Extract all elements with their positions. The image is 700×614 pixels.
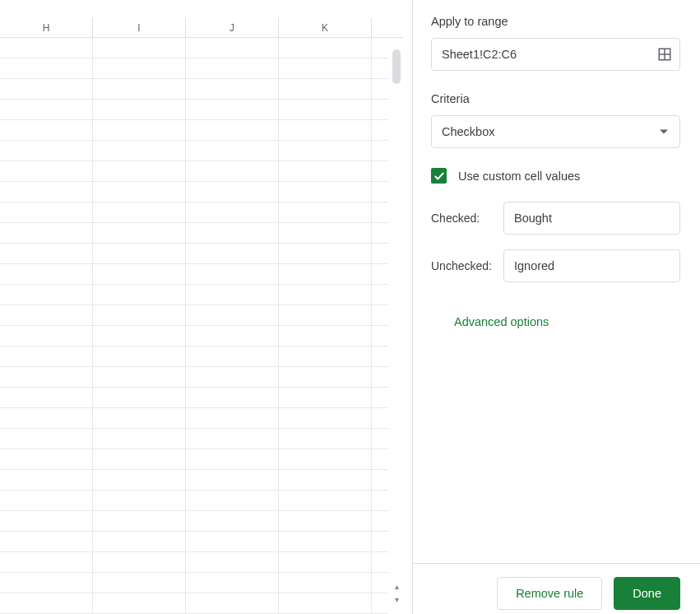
cell[interactable] [372, 100, 388, 119]
cell[interactable] [279, 120, 372, 140]
cell[interactable] [372, 347, 388, 366]
cell[interactable] [186, 141, 279, 160]
cell[interactable] [186, 285, 279, 305]
cell[interactable] [279, 79, 372, 99]
cell[interactable] [279, 244, 372, 263]
cell[interactable] [279, 38, 372, 58]
cell[interactable] [372, 223, 388, 243]
cell[interactable] [0, 429, 93, 449]
table-row[interactable] [0, 326, 388, 347]
cell[interactable] [93, 141, 186, 160]
cell[interactable] [93, 58, 186, 78]
cell[interactable] [93, 491, 186, 510]
cell[interactable] [186, 202, 279, 222]
cell[interactable] [279, 470, 372, 490]
cell[interactable] [0, 367, 93, 387]
vertical-scrollbar[interactable]: ▴ ▾ [390, 38, 403, 614]
cell[interactable] [0, 58, 93, 78]
table-row[interactable] [0, 264, 388, 285]
remove-rule-button[interactable]: Remove rule [497, 577, 602, 610]
cell[interactable] [93, 244, 186, 263]
table-row[interactable] [0, 202, 388, 223]
cell[interactable] [0, 326, 93, 346]
cell[interactable] [93, 202, 186, 222]
cell[interactable] [372, 449, 388, 469]
cell[interactable] [279, 491, 372, 510]
checked-value-input[interactable] [503, 202, 680, 235]
cell[interactable] [186, 532, 279, 551]
cell[interactable] [0, 573, 93, 593]
table-row[interactable] [0, 593, 388, 614]
cell[interactable] [0, 511, 93, 531]
table-row[interactable] [0, 182, 388, 202]
column-header[interactable]: K [279, 18, 372, 37]
cell[interactable] [93, 100, 186, 119]
cell[interactable] [372, 511, 388, 531]
cell[interactable] [372, 593, 388, 613]
table-row[interactable] [0, 367, 388, 388]
table-row[interactable] [0, 429, 388, 449]
cell[interactable] [372, 182, 388, 202]
table-row[interactable] [0, 347, 388, 367]
cell[interactable] [186, 408, 279, 428]
cell[interactable] [279, 593, 372, 613]
cell[interactable] [0, 244, 93, 263]
cell[interactable] [93, 347, 186, 366]
table-row[interactable] [0, 532, 388, 552]
table-row[interactable] [0, 120, 388, 141]
cell[interactable] [372, 305, 388, 325]
advanced-options-link[interactable]: Advanced options [454, 315, 549, 328]
cell[interactable] [186, 573, 279, 593]
cell[interactable] [372, 491, 388, 510]
cell[interactable] [0, 141, 93, 160]
cell[interactable] [279, 449, 372, 469]
cell[interactable] [186, 388, 279, 407]
cell[interactable] [93, 388, 186, 407]
table-row[interactable] [0, 141, 388, 161]
cell[interactable] [93, 470, 186, 490]
cell[interactable] [186, 491, 279, 510]
scroll-up-icon[interactable]: ▴ [392, 583, 401, 593]
cell[interactable] [186, 161, 279, 181]
cell[interactable] [93, 552, 186, 572]
cell[interactable] [279, 326, 372, 346]
cell[interactable] [279, 100, 372, 119]
table-row[interactable] [0, 491, 388, 511]
cell[interactable] [372, 367, 388, 387]
cell[interactable] [186, 326, 279, 346]
cell[interactable] [186, 58, 279, 78]
cell[interactable] [186, 593, 279, 613]
cell[interactable] [186, 38, 279, 58]
cell[interactable] [0, 305, 93, 325]
table-row[interactable] [0, 408, 388, 429]
cell[interactable] [0, 223, 93, 243]
cell[interactable] [186, 449, 279, 469]
cell[interactable] [372, 429, 388, 449]
cell[interactable] [279, 223, 372, 243]
table-row[interactable] [0, 285, 388, 305]
cell[interactable] [279, 161, 372, 181]
cell[interactable] [279, 429, 372, 449]
table-row[interactable] [0, 388, 388, 408]
table-row[interactable] [0, 552, 388, 573]
cell[interactable] [372, 470, 388, 490]
cell[interactable] [93, 408, 186, 428]
cell[interactable] [279, 347, 372, 366]
cell[interactable] [279, 182, 372, 202]
table-row[interactable] [0, 161, 388, 182]
cell[interactable] [372, 552, 388, 572]
cell[interactable] [186, 305, 279, 325]
cell[interactable] [372, 408, 388, 428]
cell[interactable] [186, 511, 279, 531]
cell[interactable] [186, 100, 279, 119]
cell[interactable] [0, 470, 93, 490]
cell[interactable] [0, 593, 93, 613]
cell[interactable] [0, 100, 93, 119]
cell[interactable] [372, 79, 388, 99]
cell[interactable] [0, 491, 93, 510]
table-row[interactable] [0, 449, 388, 470]
cell[interactable] [279, 141, 372, 160]
cell[interactable] [186, 244, 279, 263]
cell[interactable] [0, 161, 93, 181]
cell[interactable] [0, 449, 93, 469]
